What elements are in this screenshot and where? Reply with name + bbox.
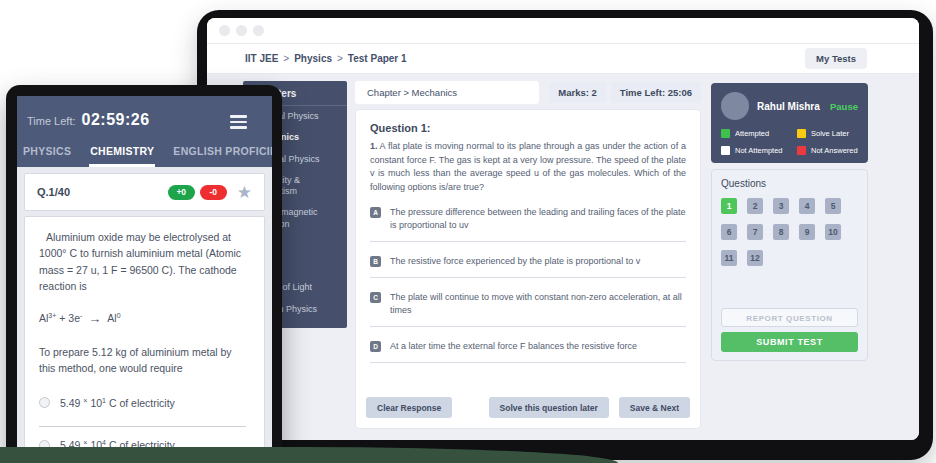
option-c[interactable]: C The plate will continue to move with c… [370, 291, 686, 317]
question-title: Question 1: [370, 122, 686, 134]
option-a-badge: A [370, 207, 381, 218]
option-divider [370, 326, 686, 327]
question-tile-1[interactable]: 1 [721, 198, 737, 214]
breadcrumb-item-iit-jee[interactable]: IIT JEE [245, 53, 278, 64]
not-attempted-color-swatch [721, 146, 730, 155]
question-tile-7[interactable]: 7 [747, 224, 763, 240]
right-panel: Rahul Mishra Pause Attempted Solve Later… [711, 83, 868, 361]
clear-response-button[interactable]: Clear Response [366, 397, 452, 418]
cathode-reaction-formula: Al3+ + 3e-→Al0 [39, 308, 250, 328]
breadcrumb-separator: > [283, 53, 289, 64]
negative-marks-pill: -0 [200, 185, 227, 200]
question-counter-bar: Q.1/40 +0 -0 ★ [24, 173, 265, 211]
question-text: 1.A flat plate is moving normal to its p… [370, 140, 686, 194]
subject-tabs: PHYSICS CHEMISTRY ENGLISH PROFICIENCY [22, 145, 272, 167]
tablet-question-card: Aluminium oxide may be electrolysed at 1… [24, 216, 265, 463]
tablet-header: Time Left: 02:59:26 PHYSICS CHEMISTRY EN… [17, 96, 272, 167]
radio-button[interactable] [39, 397, 50, 408]
question-tile-9[interactable]: 9 [799, 224, 815, 240]
browser-viewport: IIT JEE > Physics > Test Paper 1 My Test… [207, 18, 919, 440]
pause-button[interactable]: Pause [830, 101, 858, 112]
question-tile-5[interactable]: 5 [825, 198, 841, 214]
option-d[interactable]: D At a later time the external force F b… [370, 340, 686, 353]
option-b-badge: B [370, 256, 381, 267]
legend-not-attempted: Not Attempted [721, 146, 797, 155]
option-b-text: The resistive force experienced by the p… [390, 255, 640, 268]
tablet-question-text-2: To prepare 5.12 kg of aluminium metal by… [39, 344, 250, 377]
time-left-value: 02:59:26 [82, 111, 150, 129]
breadcrumb-separator: > [337, 53, 343, 64]
chapter-label: Chapter > Mechanics [355, 81, 539, 104]
my-tests-button[interactable]: My Tests [805, 48, 867, 69]
question-tile-6[interactable]: 6 [721, 224, 737, 240]
arrow-icon: → [88, 311, 101, 326]
option-c-badge: C [370, 292, 381, 303]
option-divider [39, 426, 246, 427]
top-nav-bar: IIT JEE > Physics > Test Paper 1 My Test… [207, 44, 919, 74]
option-divider [370, 362, 686, 363]
question-card: Question 1: 1.A flat plate is moving nor… [355, 109, 701, 429]
question-header-row: Chapter > Mechanics Marks: 2 Time Left: … [355, 81, 701, 104]
legend-attempted: Attempted [721, 129, 797, 138]
marks-badge: Marks: 2 [549, 82, 606, 103]
bookmark-star-icon[interactable]: ★ [237, 184, 252, 201]
window-titlebar [207, 18, 919, 44]
tablet-body: Q.1/40 +0 -0 ★ Aluminium oxide may be el… [17, 167, 272, 463]
time-left-label: Time Left: [27, 115, 76, 127]
option-divider [370, 277, 686, 278]
breadcrumb: IIT JEE > Physics > Test Paper 1 [245, 53, 407, 64]
question-tile-11[interactable]: 11 [721, 250, 737, 266]
question-actions: Clear Response Solve this question later… [366, 397, 690, 418]
not-answered-color-swatch [797, 146, 806, 155]
attempted-color-swatch [721, 129, 730, 138]
tab-english-proficiency[interactable]: ENGLISH PROFICIENCY [172, 145, 272, 167]
breadcrumb-item-physics[interactable]: Physics [294, 53, 332, 64]
solve-later-color-swatch [797, 129, 806, 138]
desktop-browser-window: IIT JEE > Physics > Test Paper 1 My Test… [197, 10, 933, 460]
question-tile-12[interactable]: 12 [747, 250, 763, 266]
positive-marks-pill: +0 [168, 185, 195, 200]
window-control-dot [236, 25, 247, 36]
option-a[interactable]: A The pressure difference between the le… [370, 206, 686, 232]
question-tile-8[interactable]: 8 [773, 224, 789, 240]
tablet-option-1-text: 5.49 × 101 C of electricity [60, 395, 175, 411]
hamburger-menu-icon[interactable] [230, 115, 247, 132]
options-list: A The pressure difference between the le… [370, 206, 686, 363]
question-tile-3[interactable]: 3 [773, 198, 789, 214]
question-number: 1. [370, 141, 378, 151]
question-tile-10[interactable]: 10 [825, 224, 841, 240]
tablet-device-frame: Time Left: 02:59:26 PHYSICS CHEMISTRY EN… [6, 85, 282, 463]
submit-test-button[interactable]: SUBMIT TEST [721, 332, 858, 352]
option-d-badge: D [370, 341, 381, 352]
status-legend: Attempted Solve Later Not Attempted Not … [721, 129, 858, 155]
window-control-dot [253, 25, 264, 36]
window-control-dot [219, 25, 230, 36]
option-divider [370, 241, 686, 242]
user-card: Rahul Mishra Pause Attempted Solve Later… [711, 83, 868, 163]
tablet-question-text: Aluminium oxide may be electrolysed at 1… [39, 229, 250, 294]
option-a-text: The pressure difference between the lead… [390, 206, 686, 232]
question-tile-4[interactable]: 4 [799, 198, 815, 214]
page: IIT JEE > Physics > Test Paper 1 My Test… [0, 0, 936, 463]
questions-grid: 1 2 3 4 5 6 7 8 9 10 11 12 [721, 198, 858, 266]
legend-solve-later: Solve Later [797, 129, 858, 138]
time-left-badge: Time Left: 25:06 [611, 82, 701, 103]
tab-physics[interactable]: PHYSICS [22, 145, 72, 167]
question-tile-2[interactable]: 2 [747, 198, 763, 214]
legend-not-answered: Not Answered [797, 146, 858, 155]
avatar [721, 92, 749, 120]
user-name: Rahul Mishra [757, 101, 820, 112]
tablet-screen: Time Left: 02:59:26 PHYSICS CHEMISTRY EN… [17, 96, 272, 463]
questions-palette-title: Questions [721, 178, 858, 189]
questions-palette: Questions 1 2 3 4 5 6 7 8 9 10 11 [711, 169, 868, 361]
tablet-option-1[interactable]: 5.49 × 101 C of electricity [39, 395, 250, 411]
question-counter: Q.1/40 [37, 186, 70, 198]
test-content-area: Chapters General Physics Mechanics Therm… [207, 74, 919, 440]
solve-later-button[interactable]: Solve this question later [489, 397, 609, 418]
breadcrumb-item-test-paper[interactable]: Test Paper 1 [348, 53, 407, 64]
tab-chemistry[interactable]: CHEMISTRY [89, 145, 155, 167]
option-b[interactable]: B The resistive force experienced by the… [370, 255, 686, 268]
option-c-text: The plate will continue to move with con… [390, 291, 686, 317]
report-question-button[interactable]: REPORT QUESTION [721, 308, 858, 327]
save-next-button[interactable]: Save & Next [619, 397, 690, 418]
